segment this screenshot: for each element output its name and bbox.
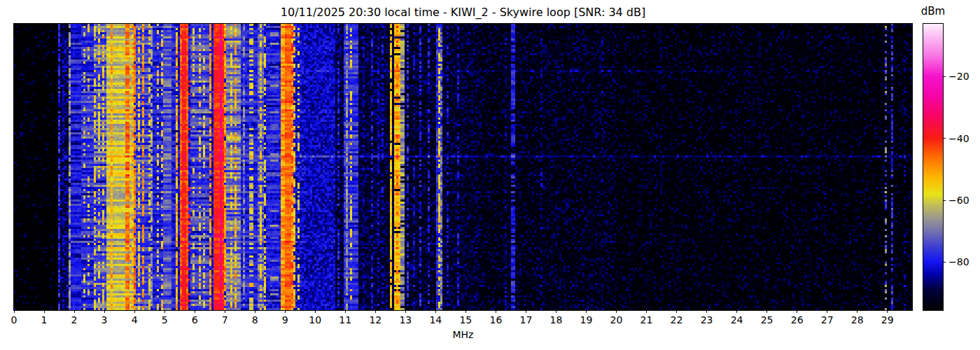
- spectrogram-canvas: [14, 24, 912, 310]
- x-axis-tick-label: 23: [695, 314, 719, 326]
- x-axis-tick: [255, 310, 255, 313]
- x-axis-tick: [827, 310, 827, 313]
- x-axis-tick-label: 15: [454, 314, 477, 326]
- x-axis-tick: [887, 310, 888, 313]
- x-axis-tick-label: 21: [635, 314, 659, 326]
- plot-area: [13, 23, 913, 311]
- x-axis-tick: [345, 310, 346, 313]
- x-axis-tick: [164, 310, 165, 313]
- x-axis-tick-label: 16: [484, 314, 507, 326]
- x-axis-tick-label: 17: [514, 314, 538, 326]
- x-axis-tick-label: 1: [32, 314, 56, 326]
- x-axis-tick: [766, 310, 767, 313]
- x-axis-tick-label: 24: [725, 314, 749, 326]
- colorbar-tick-label: −80: [948, 255, 969, 268]
- x-axis-tick: [676, 310, 677, 313]
- x-axis-tick: [375, 310, 376, 313]
- x-axis-tick-label: 14: [424, 314, 447, 326]
- x-axis-tick: [435, 310, 436, 313]
- x-axis-tick: [74, 310, 75, 313]
- colorbar-gradient: [923, 24, 943, 310]
- x-axis-label: MHz: [14, 329, 912, 340]
- x-axis-tick-label: 11: [333, 314, 357, 326]
- x-axis-tick-label: 9: [273, 314, 297, 326]
- x-axis-tick: [586, 310, 587, 313]
- x-axis-tick-label: 3: [92, 314, 116, 326]
- x-axis-tick: [736, 310, 737, 313]
- x-axis-tick-label: 19: [574, 314, 598, 326]
- x-axis-tick: [797, 310, 797, 313]
- colorbar-unit-label: dBm: [912, 5, 954, 18]
- x-axis-tick-label: 20: [604, 314, 628, 326]
- x-axis-tick-label: 5: [153, 314, 176, 326]
- x-axis-tick: [285, 310, 286, 313]
- x-axis-tick: [104, 310, 105, 313]
- colorbar-tick: [943, 76, 946, 77]
- x-axis-tick: [225, 310, 225, 313]
- x-axis-tick-label: 27: [816, 314, 839, 326]
- x-axis-tick-label: 6: [183, 314, 206, 326]
- x-axis-tick: [405, 310, 406, 313]
- x-axis-tick-label: 7: [213, 314, 237, 326]
- x-axis-tick-label: 25: [755, 314, 779, 326]
- x-axis-tick: [857, 310, 858, 313]
- x-axis-tick-label: 26: [785, 314, 809, 326]
- x-axis-tick: [465, 310, 466, 313]
- colorbar-tick: [943, 262, 946, 262]
- x-axis-tick-label: 10: [303, 314, 327, 326]
- x-axis-tick: [616, 310, 617, 313]
- x-axis-tick-label: 8: [243, 314, 267, 326]
- x-axis-tick: [706, 310, 707, 313]
- x-axis-tick: [496, 310, 496, 313]
- x-axis-tick-label: 22: [665, 314, 689, 326]
- x-axis-tick: [44, 310, 45, 313]
- x-axis-tick: [315, 310, 316, 313]
- colorbar: [923, 23, 944, 311]
- x-axis-tick-label: 4: [122, 314, 146, 326]
- x-axis-tick-label: 13: [393, 314, 417, 326]
- x-axis-tick-label: 29: [876, 314, 899, 326]
- x-axis-tick: [134, 310, 135, 313]
- colorbar-tick-label: −40: [948, 132, 969, 145]
- x-axis-tick-label: 18: [544, 314, 568, 326]
- colorbar-tick-label: −20: [948, 70, 969, 83]
- x-axis-tick: [646, 310, 647, 313]
- x-axis-tick: [14, 310, 15, 313]
- x-axis-tick-label: 12: [363, 314, 387, 326]
- spectrogram-figure: 10/11/2025 20:30 local time - KIWI_2 - S…: [0, 0, 980, 350]
- x-axis-tick-label: 28: [846, 314, 869, 326]
- x-axis-tick: [556, 310, 556, 313]
- x-axis-tick-label: 0: [2, 314, 26, 326]
- colorbar-tick: [943, 200, 946, 201]
- x-axis-tick: [526, 310, 526, 313]
- colorbar-tick: [943, 138, 946, 139]
- x-axis-tick: [195, 310, 195, 313]
- colorbar-tick-label: −60: [948, 194, 969, 206]
- x-axis-tick-label: 2: [62, 314, 86, 326]
- plot-title: 10/11/2025 20:30 local time - KIWI_2 - S…: [14, 6, 912, 19]
